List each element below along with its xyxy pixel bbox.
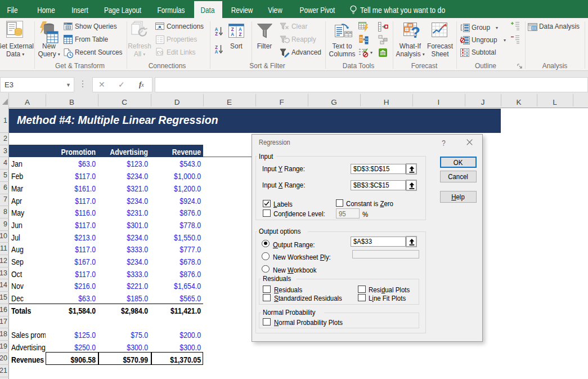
- svg-text:A: A: [215, 50, 218, 55]
- svg-text:Z: Z: [215, 32, 218, 37]
- svg-text:A: A: [231, 32, 234, 37]
- svg-text:?: ?: [411, 24, 420, 41]
- svg-text:Z: Z: [239, 32, 241, 37]
